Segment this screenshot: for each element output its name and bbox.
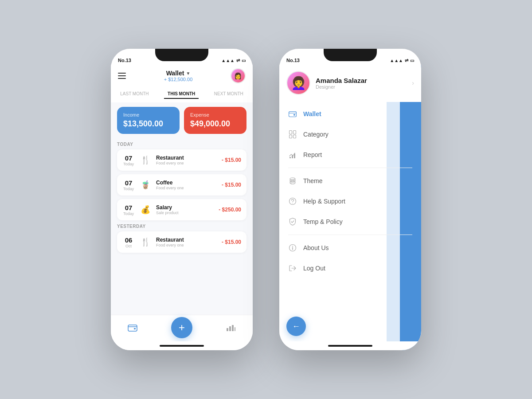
carrier-right: No.13 xyxy=(286,58,300,63)
menu-screen: 👩‍🦱 Amanda Salazar Designer › xyxy=(279,65,421,350)
txn-info-4: Restaurant Food every one xyxy=(156,237,217,247)
logout-menu-label: Log Out xyxy=(303,265,325,272)
svg-rect-1 xyxy=(134,328,136,329)
policy-menu-label: Temp & Policy xyxy=(303,218,343,225)
menu-divider-1 xyxy=(288,168,412,168)
expense-card: Expense $49,000.00 xyxy=(184,107,246,134)
battery-icon-right: ▭ xyxy=(410,58,414,63)
sidebar-item-category[interactable]: Category xyxy=(279,124,421,145)
menu-content: 👩‍🦱 Amanda Salazar Designer › xyxy=(279,65,421,341)
restaurant-icon-1: 🍴 xyxy=(139,154,152,166)
carrier-left: No.13 xyxy=(118,58,131,63)
home-bar-right xyxy=(328,345,372,347)
txn-info-2: Coffee Food every one xyxy=(156,180,217,190)
sidebar-item-logout[interactable]: Log Out xyxy=(279,258,421,278)
sidebar-item-help[interactable]: Help & Support xyxy=(279,191,421,211)
back-button[interactable]: ← xyxy=(286,317,306,336)
sidebar-item-report[interactable]: Report xyxy=(279,145,421,165)
transactions-list: TODAY 07 Today 🍴 Restaurant Food every o… xyxy=(111,138,253,315)
wallet-nav-icon[interactable] xyxy=(128,324,137,332)
hamburger-menu[interactable] xyxy=(118,73,126,79)
svg-point-17 xyxy=(290,181,295,184)
txn-amount-4: - $15.00 xyxy=(222,239,241,245)
profile-role: Designer xyxy=(316,84,407,90)
about-menu-label: About Us xyxy=(303,244,329,251)
tab-next-month[interactable]: NEXT MONTH xyxy=(211,90,247,99)
wallet-dropdown-arrow[interactable]: ▼ xyxy=(186,71,190,76)
wallet-screen: Wallet ▼ + $12,500.00 👩 LAST MONTH THIS … xyxy=(111,65,253,350)
svg-rect-7 xyxy=(293,114,295,116)
svg-rect-0 xyxy=(128,325,137,331)
table-row[interactable]: 06 Oct 🍴 Restaurant Food every one - $15… xyxy=(117,231,246,253)
restaurant-icon-2: 🍴 xyxy=(139,236,152,248)
today-label: TODAY xyxy=(117,142,246,147)
tab-this-month[interactable]: THIS MONTH xyxy=(164,90,199,99)
theme-icon xyxy=(288,176,297,185)
svg-rect-12 xyxy=(289,157,291,158)
table-row[interactable]: 07 Today 🧋 Coffee Food every one - $15.0… xyxy=(117,174,246,196)
wallet-balance: + $12,500.00 xyxy=(164,77,193,82)
income-card: Income $13,500.00 xyxy=(117,107,180,134)
category-menu-label: Category xyxy=(303,131,329,138)
month-tabs: LAST MONTH THIS MONTH NEXT MONTH xyxy=(111,88,253,102)
svg-rect-8 xyxy=(289,131,292,134)
policy-icon xyxy=(288,217,297,226)
signal-icon-right: ▲▲▲ xyxy=(390,58,403,63)
status-icons-left: ▲▲▲ ⇌ ▭ xyxy=(221,58,246,63)
stats-nav-icon[interactable] xyxy=(226,324,236,332)
avatar-button[interactable]: 👩 xyxy=(231,68,246,83)
profile-name: Amanda Salazar xyxy=(316,77,407,84)
table-row[interactable]: 07 Today 🍴 Restaurant Food every one - $… xyxy=(117,149,246,171)
report-icon xyxy=(288,150,297,159)
txn-amount-1: - $15.00 xyxy=(222,157,241,163)
menu-items: Wallet Category xyxy=(279,102,421,313)
expense-amount: $49,000.00 xyxy=(190,119,240,129)
txn-amount-3: - $250.00 xyxy=(219,207,241,213)
sidebar-item-wallet[interactable]: Wallet xyxy=(279,104,421,124)
svg-rect-2 xyxy=(227,328,228,331)
user-profile[interactable]: 👩‍🦱 Amanda Salazar Designer › xyxy=(279,65,421,102)
svg-rect-9 xyxy=(293,131,296,134)
wallet-menu-label: Wallet xyxy=(303,110,321,117)
txn-date-1: 07 Today xyxy=(122,154,135,166)
avatar-image: 👩 xyxy=(231,69,245,82)
home-bar xyxy=(160,345,204,347)
right-phone: No.13 ▲▲▲ ⇌ ▭ 👩‍🦱 Amanda Salazar Designe… xyxy=(279,49,421,350)
menu-divider-2 xyxy=(288,235,412,235)
salary-icon: 💰 xyxy=(139,203,152,216)
wallet-icon xyxy=(288,110,297,118)
notch xyxy=(155,49,208,61)
sidebar-item-theme[interactable]: Theme xyxy=(279,171,421,191)
help-menu-label: Help & Support xyxy=(303,198,345,205)
add-transaction-button[interactable]: + xyxy=(171,317,192,338)
profile-avatar: 👩‍🦱 xyxy=(286,71,310,95)
notch-right xyxy=(324,49,377,61)
svg-rect-3 xyxy=(229,326,231,331)
wifi-icon-right: ⇌ xyxy=(405,58,408,63)
help-icon xyxy=(288,197,297,206)
tab-last-month[interactable]: LAST MONTH xyxy=(117,90,152,99)
table-row[interactable]: 07 Today 💰 Salary Sale product - $250.00 xyxy=(117,199,246,220)
txn-date-4: 06 Oct xyxy=(122,236,135,248)
expense-label: Expense xyxy=(190,112,240,117)
category-icon xyxy=(288,130,297,139)
svg-point-19 xyxy=(292,203,293,203)
signal-icon: ▲▲▲ xyxy=(221,58,235,63)
svg-rect-10 xyxy=(289,135,292,138)
theme-menu-label: Theme xyxy=(303,177,323,184)
battery-icon: ▭ xyxy=(242,58,246,63)
report-menu-label: Report xyxy=(303,151,322,158)
txn-date-3: 07 Today xyxy=(122,204,135,216)
wallet-title: Wallet xyxy=(166,70,184,77)
wallet-title-area: Wallet ▼ + $12,500.00 xyxy=(164,70,193,82)
txn-info-1: Restaurant Food every one xyxy=(156,155,217,165)
svg-rect-5 xyxy=(235,327,235,331)
sidebar-item-about[interactable]: About Us xyxy=(279,238,421,258)
sidebar-item-policy[interactable]: Temp & Policy xyxy=(279,211,421,232)
svg-rect-11 xyxy=(293,135,296,138)
income-label: Income xyxy=(123,112,173,117)
profile-arrow-icon[interactable]: › xyxy=(412,79,414,86)
txn-info-3: Salary Sale product xyxy=(156,204,214,215)
txn-amount-2: - $15.00 xyxy=(222,182,241,188)
txn-date-2: 07 Today xyxy=(122,179,135,191)
